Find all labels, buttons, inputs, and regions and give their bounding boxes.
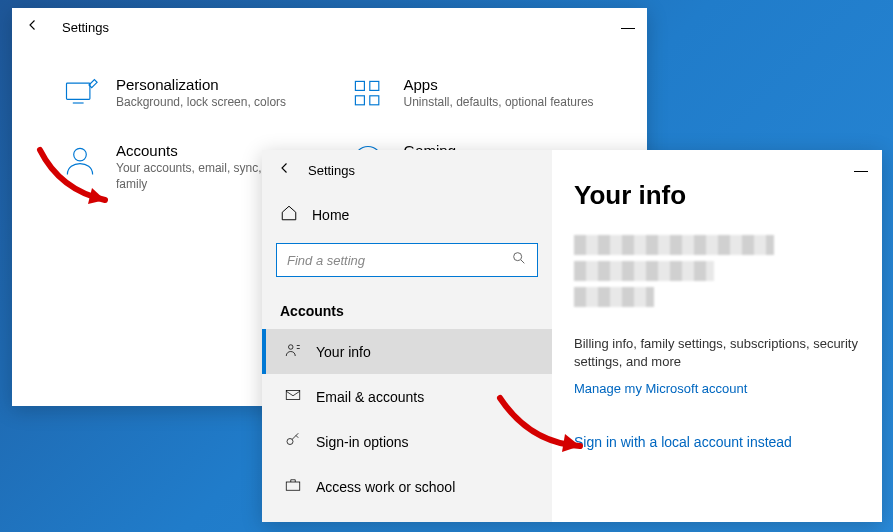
nav-label: Your info <box>316 344 371 360</box>
minimize-icon[interactable]: — <box>621 19 635 35</box>
home-icon <box>280 204 298 225</box>
redacted-text <box>574 287 654 307</box>
svg-rect-3 <box>355 96 364 105</box>
key-icon <box>284 431 302 452</box>
personalization-icon <box>62 76 98 112</box>
window-title: Settings <box>62 20 109 35</box>
redacted-text <box>574 261 714 281</box>
svg-rect-2 <box>369 81 378 90</box>
redacted-text <box>574 235 774 255</box>
nav-email[interactable]: Email & accounts <box>262 374 552 419</box>
setting-title: Apps <box>404 76 594 93</box>
apps-icon <box>350 76 386 112</box>
setting-title: Personalization <box>116 76 286 93</box>
search-icon <box>511 250 527 270</box>
minimize-icon[interactable]: — <box>854 162 868 178</box>
content-area: Your info Billing info, family settings,… <box>552 150 882 522</box>
briefcase-icon <box>284 476 302 497</box>
person-icon <box>284 341 302 362</box>
window-controls: — <box>621 19 635 35</box>
window-title: Settings <box>308 163 355 178</box>
accounts-icon <box>62 142 98 178</box>
svg-rect-1 <box>355 81 364 90</box>
svg-point-10 <box>287 439 293 445</box>
section-header: Accounts <box>262 285 552 329</box>
setting-desc: Uninstall, defaults, optional features <box>404 95 594 111</box>
svg-point-5 <box>74 148 87 161</box>
billing-info-text: Billing info, family settings, subscript… <box>574 335 860 371</box>
titlebar: Settings — <box>12 8 647 46</box>
watermark: UG∃TFIX® <box>763 498 881 524</box>
manage-account-link[interactable]: Manage my Microsoft account <box>574 381 860 396</box>
search-input-wrapper[interactable] <box>276 243 538 277</box>
svg-rect-4 <box>369 96 378 105</box>
nav-your-info[interactable]: Your info <box>262 329 552 374</box>
svg-rect-11 <box>286 482 300 490</box>
titlebar: Settings — <box>262 150 882 190</box>
back-icon[interactable] <box>276 159 294 181</box>
nav-label: Access work or school <box>316 479 455 495</box>
nav-label: Sign-in options <box>316 434 409 450</box>
setting-apps[interactable]: Apps Uninstall, defaults, optional featu… <box>350 76 598 112</box>
svg-rect-0 <box>67 83 90 99</box>
nav-label: Email & accounts <box>316 389 424 405</box>
svg-point-7 <box>514 253 522 261</box>
nav-work-school[interactable]: Access work or school <box>262 464 552 509</box>
back-icon[interactable] <box>24 16 42 38</box>
email-icon <box>284 386 302 407</box>
svg-point-8 <box>289 345 294 350</box>
setting-desc: Background, lock screen, colors <box>116 95 286 111</box>
search-input[interactable] <box>287 253 511 268</box>
settings-accounts-window: Settings — Home Accounts Your info Email… <box>262 150 882 522</box>
svg-rect-9 <box>286 391 300 400</box>
nav-signin[interactable]: Sign-in options <box>262 419 552 464</box>
home-nav[interactable]: Home <box>262 194 552 235</box>
home-label: Home <box>312 207 349 223</box>
setting-personalization[interactable]: Personalization Background, lock screen,… <box>62 76 310 112</box>
local-account-link[interactable]: Sign in with a local account instead <box>574 434 860 450</box>
sidebar: Home Accounts Your info Email & accounts… <box>262 150 552 522</box>
window-controls: — <box>854 162 868 178</box>
